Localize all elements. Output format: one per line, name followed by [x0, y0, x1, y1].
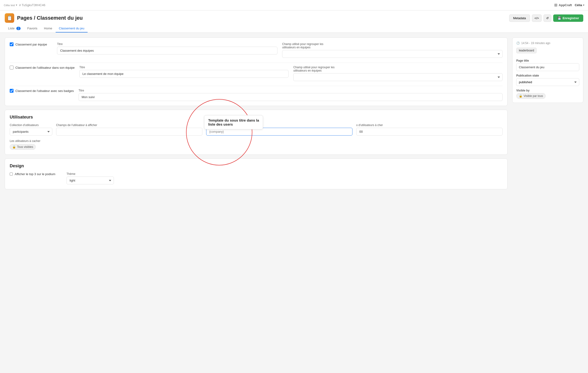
- page-icon: 📋: [5, 13, 14, 23]
- save-button[interactable]: 💾 Enregistrer: [553, 14, 583, 22]
- tab-liste-label: Liste: [8, 27, 14, 30]
- right-user-label: Célia: [575, 3, 582, 7]
- classement-row-2: Classement de l'utilisateur dans son équ…: [10, 66, 503, 81]
- sidebar-card: 🕐 14:54 - 19 minutes ago leaderboard Pag…: [512, 37, 583, 103]
- classement-utisateur-badges-titre-group: Titre: [79, 89, 503, 101]
- utilisateurs-card: Utilisateurs Collection d'utilisateurs p…: [5, 110, 507, 155]
- sidebar-publication-select[interactable]: published draft: [516, 78, 579, 86]
- topbar-right: ⊞ AppCraft Célia ▾: [554, 3, 584, 7]
- tab-classement[interactable]: Classement du jeu: [56, 25, 88, 33]
- tous-visibles-label: Tous visibles: [17, 145, 33, 149]
- sidebar-visible-text: Visible par tous: [524, 94, 543, 98]
- classement-par-equipe-champ-group: Champ utilisé pour regrouper les utilisa…: [282, 43, 503, 58]
- sidebar: 🕐 14:54 - 19 minutes ago leaderboard Pag…: [512, 37, 583, 103]
- design-podium-label[interactable]: Afficher le top 3 sur le podium: [10, 172, 57, 176]
- classement-utilisateur-equipe-titre-input[interactable]: [79, 70, 289, 78]
- chevron-down-right-icon: ▾: [583, 4, 584, 6]
- design-section-title: Design: [10, 164, 503, 168]
- classement-par-equipe-text: Classement par équipe: [15, 43, 47, 46]
- metadata-button[interactable]: Metadata: [509, 14, 530, 22]
- col-champs: Champs de l'utilisateur à afficher: [56, 123, 202, 136]
- tab-favoris[interactable]: Favoris: [24, 25, 41, 33]
- user-sub: test: [11, 4, 15, 7]
- design-row: Afficher le top 3 sur le podium Thème li…: [10, 172, 503, 184]
- user-name-top: Célia: [4, 4, 10, 7]
- topbar: Célia test ▾ # TuSgkvT3frHC46 ⊞ AppCraft…: [0, 0, 588, 11]
- appcraft-label: AppCraft: [559, 3, 572, 7]
- tab-classement-label: Classement du jeu: [59, 27, 84, 30]
- classement-utisateur-badges-titre-input[interactable]: [79, 93, 503, 101]
- topbar-user[interactable]: Célia test ▾: [4, 4, 17, 7]
- classement-utisateur-badges-text: Classement de l'utisateur avec ses badge…: [15, 89, 74, 93]
- grid-icon: ⊞: [554, 3, 557, 7]
- col-nb-users-input[interactable]: [356, 128, 503, 136]
- page-header: 📋 Pages / Classement du jeu Metadata </>…: [0, 11, 588, 33]
- design-theme-select[interactable]: light dark custom: [66, 176, 114, 184]
- hash-id: # TuSgkvT3frHC46: [19, 3, 45, 7]
- lock-icon: 🔒: [12, 145, 16, 149]
- tabs: Liste 2 Favoris Home Classement du jeu: [5, 25, 583, 33]
- sidebar-time: 🕐 14:54 - 19 minutes ago: [516, 42, 579, 45]
- sidebar-page-title-label: Page title: [516, 59, 579, 62]
- classement-utilisateur-equipe-champ-select[interactable]: [293, 73, 503, 81]
- topbar-user-right[interactable]: Célia ▾: [575, 3, 584, 7]
- sidebar-lock-icon: 🔒: [519, 94, 522, 98]
- classement-utisateur-badges-checkbox[interactable]: [10, 89, 13, 93]
- main-content: Classement par équipe Titre Champ utilis…: [5, 37, 507, 189]
- clock-icon: 🕐: [516, 42, 520, 45]
- classement-par-equipe-label[interactable]: Classement par équipe: [10, 43, 52, 46]
- classement-par-equipe-titre-input[interactable]: [57, 47, 277, 55]
- save-icon: 💾: [557, 16, 561, 20]
- classement-par-equipe-checkbox[interactable]: [10, 43, 13, 46]
- code-button[interactable]: </>: [532, 14, 542, 22]
- sidebar-time-text: 14:54 - 19 minutes ago: [521, 42, 550, 45]
- sidebar-visible-badge[interactable]: 🔒 Visible par tous: [516, 93, 546, 99]
- classement-utilisateur-equipe-champ-group: Champ utilisé pour regrouper les utilisa…: [293, 66, 503, 81]
- classement-utilisateur-equipe-checkbox[interactable]: [10, 66, 13, 69]
- page-title: Pages / Classement du jeu: [17, 15, 83, 21]
- design-theme-group: Thème light dark custom: [66, 172, 114, 184]
- chevron-down-icon: ▾: [16, 4, 17, 7]
- classement-utilisateur-equipe-titre-group: Titre: [79, 66, 289, 78]
- classement-utilisateur-equipe-champ-label: Champ utilisé pour regrouper les utilisa…: [293, 66, 341, 72]
- classement-utisateur-badges-titre-label: Titre: [79, 89, 503, 92]
- col-collection: Collection d'utilisateurs participants: [10, 123, 52, 136]
- design-card: Design Afficher le top 3 sur le podium T…: [5, 159, 507, 189]
- classement-utisateur-badges-label[interactable]: Classement de l'utisateur avec ses badge…: [10, 89, 74, 93]
- tab-home-label: Home: [44, 27, 52, 30]
- classement-utilisateur-equipe-text: Classement de l'utilisateur dans son équ…: [15, 66, 74, 69]
- design-podium-checkbox[interactable]: [10, 173, 13, 176]
- col-nb-users: x d'utilisateurs à cher: [356, 123, 503, 136]
- sidebar-visible-label: Visible by: [516, 89, 579, 92]
- header-actions: Metadata </> ↺ 💾 Enregistrer: [509, 14, 583, 22]
- tooltip-line2: liste des users: [208, 122, 259, 126]
- classement-row-3: Classement de l'utisateur avec ses badge…: [10, 89, 503, 101]
- sidebar-page-title-input[interactable]: [516, 63, 579, 71]
- col-champs-input[interactable]: [56, 128, 202, 136]
- classement-row-1: Classement par équipe Titre Champ utilis…: [10, 43, 503, 58]
- sidebar-publication-label: Publication state: [516, 74, 579, 77]
- classement-utilisateur-equipe-titre-label: Titre: [79, 66, 289, 69]
- classement-par-equipe-titre-group: Titre: [57, 43, 277, 55]
- design-podium-text: Afficher le top 3 sur le podium: [15, 172, 55, 176]
- classement-par-equipe-champ-label: Champ utilisé pour regrouper les utilisa…: [282, 43, 329, 49]
- col-collection-select[interactable]: participants: [10, 128, 52, 136]
- tab-favoris-label: Favoris: [27, 27, 37, 30]
- tab-home[interactable]: Home: [41, 25, 56, 33]
- col-nb-users-label: x d'utilisateurs à cher: [356, 123, 503, 127]
- topbar-left: Célia test ▾ # TuSgkvT3frHC46: [4, 3, 45, 7]
- design-theme-label: Thème: [66, 172, 114, 176]
- history-button[interactable]: ↺: [544, 14, 551, 22]
- page-title-row: 📋 Pages / Classement du jeu: [5, 13, 83, 23]
- tooltip-box: Template du sous titre dans la liste des…: [204, 115, 263, 129]
- col-champs-label: Champs de l'utilisateur à afficher: [56, 123, 202, 127]
- page-header-top: 📋 Pages / Classement du jeu Metadata </>…: [5, 13, 583, 23]
- tous-visibles-badge[interactable]: 🔒 Tous visibles: [10, 144, 36, 150]
- tab-liste[interactable]: Liste 2: [5, 25, 24, 33]
- classement-utilisateur-equipe-label[interactable]: Classement de l'utilisateur dans son équ…: [10, 66, 74, 69]
- sidebar-tag[interactable]: leaderboard: [516, 48, 537, 53]
- users-hidden-label: Les utilisateurs à cacher: [10, 139, 503, 143]
- save-label: Enregistrer: [563, 16, 579, 20]
- main-layout: Classement par équipe Titre Champ utilis…: [0, 33, 588, 194]
- classement-par-equipe-champ-select[interactable]: [282, 50, 503, 58]
